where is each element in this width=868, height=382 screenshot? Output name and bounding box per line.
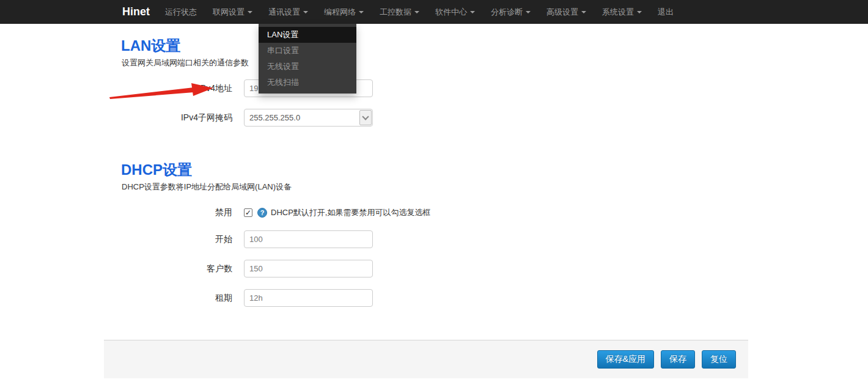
- dhcp-start-label: 开始: [125, 234, 232, 245]
- dhcp-start-row: 开始: [125, 230, 373, 248]
- caret-down-icon: [526, 11, 531, 13]
- caret-down-icon: [414, 11, 419, 13]
- dhcp-disable-label: 禁用: [125, 207, 232, 218]
- dhcp-clients-label: 客户数: [125, 263, 232, 274]
- action-bar: 保存&应用 保存 复位: [104, 340, 748, 378]
- dhcp-start-input[interactable]: [244, 230, 373, 248]
- save-apply-button[interactable]: 保存&应用: [597, 350, 654, 369]
- netmask-label: IPv4子网掩码: [125, 112, 232, 123]
- chevron-down-icon: [362, 113, 369, 120]
- dhcp-section-title: DHCP设置: [121, 160, 192, 180]
- nav-item[interactable]: 编程网络: [316, 0, 372, 24]
- lan-section-subtitle: 设置网关局域网端口相关的通信参数: [122, 57, 249, 68]
- dropdown-item[interactable]: 无线设置: [259, 59, 356, 75]
- nav-menu: 运行状态 联网设置 通讯设置 编程网络: [157, 0, 682, 24]
- caret-down-icon: [470, 11, 475, 13]
- netmask-select[interactable]: 255.255.255.0: [244, 109, 373, 127]
- nav-item[interactable]: 通讯设置: [260, 0, 316, 24]
- caret-down-icon: [581, 11, 586, 13]
- netmask-row: IPv4子网掩码 255.255.255.0: [125, 109, 373, 127]
- caret-down-icon: [359, 11, 364, 13]
- nav-item[interactable]: 退出: [650, 0, 682, 24]
- nav-item[interactable]: 运行状态: [157, 0, 205, 24]
- dropdown-item[interactable]: 串口设置: [259, 43, 356, 59]
- nav-item[interactable]: 分析诊断: [483, 0, 539, 24]
- help-icon[interactable]: ?: [257, 208, 267, 218]
- top-navbar: Hinet 运行状态 联网设置 通讯设置 编程网络: [0, 0, 868, 24]
- nav-item[interactable]: 高级设置: [539, 0, 594, 24]
- select-chevron-box: [359, 110, 372, 125]
- dhcp-disable-row: 禁用 ✓ ? DHCP默认打开,如果需要禁用可以勾选复选框: [125, 207, 430, 218]
- nav-item[interactable]: 系统设置: [594, 0, 650, 24]
- nav-item[interactable]: 工控数据: [372, 0, 427, 24]
- save-button[interactable]: 保存: [661, 350, 695, 369]
- dhcp-clients-row: 客户数: [125, 260, 373, 277]
- caret-down-icon: [248, 11, 252, 13]
- dhcp-lease-label: 租期: [125, 293, 232, 304]
- dhcp-lease-input[interactable]: [244, 289, 373, 307]
- ipv4-address-label: IPv4地址: [125, 83, 232, 94]
- reset-button[interactable]: 复位: [702, 350, 736, 369]
- dropdown-item[interactable]: 无线扫描: [259, 75, 356, 90]
- brand-logo[interactable]: Hinet: [122, 0, 150, 24]
- dhcp-disable-hint: DHCP默认打开,如果需要禁用可以勾选复选框: [271, 207, 430, 218]
- nav-item[interactable]: 联网设置: [205, 0, 260, 24]
- comm-settings-dropdown: LAN设置 串口设置 无线设置 无线扫描: [259, 24, 356, 94]
- dhcp-section-subtitle: DHCP设置参数将IP地址分配给局域网(LAN)设备: [122, 182, 292, 193]
- page: Hinet 运行状态 联网设置 通讯设置 编程网络: [0, 0, 868, 382]
- dhcp-clients-input[interactable]: [244, 260, 373, 277]
- dropdown-item[interactable]: LAN设置: [259, 27, 356, 43]
- netmask-selected-value: 255.255.255.0: [249, 113, 300, 122]
- caret-down-icon: [303, 11, 308, 13]
- dhcp-disable-checkbox[interactable]: ✓: [244, 208, 252, 217]
- caret-down-icon: [637, 11, 642, 13]
- lan-section-title: LAN设置: [121, 36, 180, 56]
- nav-item[interactable]: 软件中心: [427, 0, 483, 24]
- dhcp-lease-row: 租期: [125, 289, 373, 307]
